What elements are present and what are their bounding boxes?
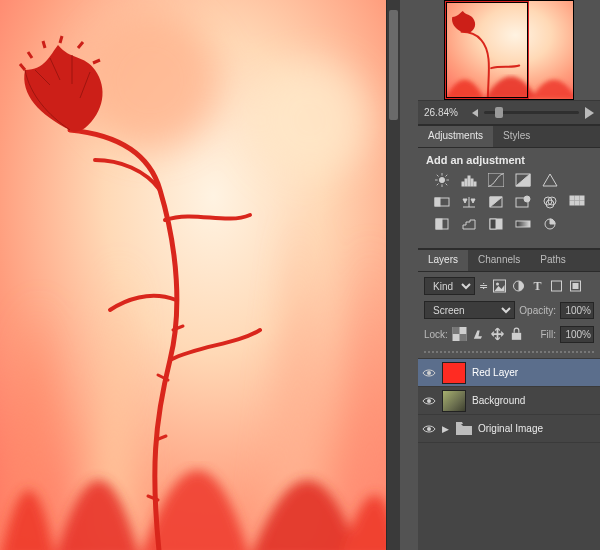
layer-row[interactable]: Red Layer — [418, 359, 600, 387]
visibility-eye-icon[interactable] — [422, 424, 436, 434]
tab-adjustments[interactable]: Adjustments — [418, 126, 493, 147]
adjustments-heading: Add an adjustment — [426, 154, 592, 166]
layer-name[interactable]: Red Layer — [472, 367, 518, 378]
svg-point-52 — [427, 371, 431, 375]
svg-rect-50 — [459, 334, 466, 341]
zoom-in-icon[interactable] — [585, 107, 594, 119]
gradient-map-icon[interactable] — [513, 216, 533, 232]
layers-tabs: Layers Channels Paths — [418, 250, 600, 272]
svg-rect-32 — [580, 196, 584, 200]
selective-color-icon[interactable] — [540, 216, 560, 232]
svg-rect-34 — [575, 201, 579, 205]
exposure-icon[interactable] — [513, 172, 533, 188]
svg-point-4 — [439, 177, 444, 182]
svg-rect-51 — [512, 333, 521, 340]
svg-point-1 — [250, 60, 370, 180]
filter-shape-icon[interactable] — [549, 279, 564, 293]
canvas-vscrollbar[interactable] — [386, 0, 400, 550]
svg-point-54 — [427, 427, 431, 431]
folder-icon — [456, 422, 472, 435]
svg-point-53 — [427, 399, 431, 403]
canvas-vscrollbar-thumb[interactable] — [389, 10, 398, 120]
svg-rect-39 — [490, 219, 496, 229]
lock-label: Lock: — [424, 329, 448, 340]
navigator-panel: 26.84% — [418, 0, 600, 124]
filter-smart-icon[interactable] — [568, 279, 583, 293]
layer-list[interactable]: Red Layer Background ▶ Original Image — [418, 359, 600, 550]
controls-separator — [424, 350, 594, 354]
tab-paths[interactable]: Paths — [530, 250, 576, 271]
tab-layers[interactable]: Layers — [418, 250, 468, 271]
svg-rect-47 — [573, 283, 579, 289]
layers-panel: Layers Channels Paths Kind ≑ T Screen Op… — [418, 250, 600, 550]
svg-rect-49 — [452, 327, 459, 334]
adjustment-row-2 — [426, 194, 592, 210]
layer-name[interactable]: Original Image — [478, 423, 543, 434]
svg-rect-35 — [580, 201, 584, 205]
brightness-contrast-icon[interactable] — [432, 172, 452, 188]
zoom-slider-knob[interactable] — [495, 107, 503, 118]
filter-pixel-icon[interactable] — [492, 279, 507, 293]
posterize-icon[interactable] — [459, 216, 479, 232]
zoom-out-icon[interactable] — [472, 109, 478, 117]
visibility-eye-icon[interactable] — [422, 396, 436, 406]
invert-icon[interactable] — [432, 216, 452, 232]
threshold-icon[interactable] — [486, 216, 506, 232]
layer-filter-kind[interactable]: Kind — [424, 277, 475, 295]
layer-name[interactable]: Background — [472, 395, 525, 406]
svg-rect-14 — [465, 179, 467, 186]
filter-type-icon[interactable]: T — [530, 279, 545, 293]
lock-transparent-icon[interactable] — [452, 327, 467, 341]
photo-filter-icon[interactable] — [513, 194, 533, 210]
black-white-icon[interactable] — [486, 194, 506, 210]
hue-sat-icon[interactable] — [432, 194, 452, 210]
blend-mode-select[interactable]: Screen — [424, 301, 515, 319]
color-balance-icon[interactable] — [459, 194, 479, 210]
fill-value[interactable]: 100% — [560, 326, 594, 343]
canvas-image — [0, 0, 388, 550]
color-lookup-icon[interactable] — [567, 194, 587, 210]
layer-thumbnail[interactable] — [442, 390, 466, 412]
right-panels: 26.84% Adjustments Styles Add an adjustm… — [418, 0, 600, 550]
lock-pixels-icon[interactable] — [471, 327, 486, 341]
group-disclosure-icon[interactable]: ▶ — [442, 424, 450, 434]
tab-styles[interactable]: Styles — [493, 126, 540, 147]
zoom-slider[interactable] — [484, 111, 579, 114]
vibrance-icon[interactable] — [540, 172, 560, 188]
layers-controls: Kind ≑ T Screen Opacity: 100% Lock: — [418, 272, 600, 359]
svg-rect-16 — [471, 179, 473, 186]
svg-rect-21 — [435, 198, 440, 206]
levels-icon[interactable] — [459, 172, 479, 188]
lock-position-icon[interactable] — [490, 327, 505, 341]
svg-point-26 — [524, 196, 530, 202]
layer-row[interactable]: Background — [418, 387, 600, 415]
channel-mixer-icon[interactable] — [540, 194, 560, 210]
zoom-readout[interactable]: 26.84% — [424, 107, 466, 118]
adjustment-row-3 — [426, 216, 592, 232]
svg-rect-17 — [474, 182, 476, 186]
svg-rect-45 — [552, 281, 562, 291]
svg-line-9 — [437, 175, 439, 177]
svg-rect-40 — [516, 221, 530, 227]
filter-adjust-icon[interactable] — [511, 279, 526, 293]
fill-label: Fill: — [540, 329, 556, 340]
svg-rect-13 — [462, 182, 464, 186]
svg-rect-15 — [468, 176, 470, 186]
lock-all-icon[interactable] — [509, 327, 524, 341]
tab-channels[interactable]: Channels — [468, 250, 530, 271]
adjustment-row-1 — [426, 172, 592, 188]
adjustments-panel: Adjustments Styles Add an adjustment — [418, 126, 600, 248]
svg-rect-33 — [570, 201, 574, 205]
layer-row[interactable]: ▶ Original Image — [418, 415, 600, 443]
svg-rect-37 — [436, 219, 442, 229]
document-canvas[interactable] — [0, 0, 400, 550]
adjustments-tabs: Adjustments Styles — [418, 126, 600, 148]
app-root: 26.84% Adjustments Styles Add an adjustm… — [0, 0, 600, 550]
visibility-eye-icon[interactable] — [422, 368, 436, 378]
layer-thumbnail[interactable] — [442, 362, 466, 384]
opacity-value[interactable]: 100% — [560, 302, 594, 319]
svg-line-11 — [446, 175, 448, 177]
navigator-thumbnail[interactable] — [444, 0, 574, 100]
curves-icon[interactable] — [486, 172, 506, 188]
svg-point-2 — [80, 10, 220, 150]
